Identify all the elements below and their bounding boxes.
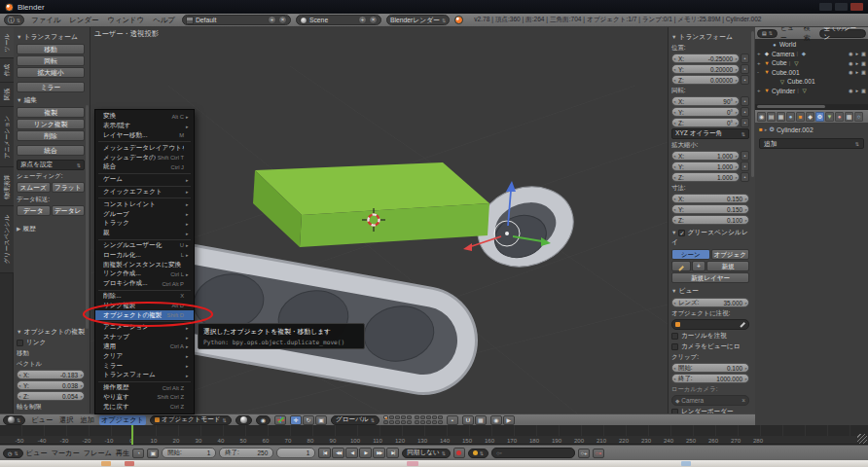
set-origin-dropdown[interactable]: 原点を設定⇅ [17,160,85,170]
mirror-button[interactable]: ミラー [17,82,85,92]
lock-icon[interactable]: • [741,162,749,171]
timeline-menu[interactable]: マーカー [51,449,79,458]
snap-magnet-button[interactable]: U [462,415,474,425]
timeline-resize-grip[interactable] [857,434,867,444]
shade-flat-button[interactable]: フラット [52,182,86,193]
vector-z-field[interactable]: Z:0.054 [17,391,85,401]
add-layout-button[interactable]: + [268,16,276,24]
scale-button[interactable]: 拡大縮小 [17,67,85,78]
layer-cell[interactable] [389,415,394,419]
layers-widget[interactable] [383,415,443,424]
context-menu-item[interactable]: コンストレイント▸ [95,199,194,209]
rotation-y-field[interactable]: Y:0° [671,107,740,117]
topbar-menu-3[interactable]: ヘルプ [151,16,177,25]
context-menu-item[interactable]: アニメーション▸ [95,323,194,333]
lock-layers-button[interactable]: • [447,415,458,425]
active-keying-set-field[interactable]: ○╴ [491,448,575,458]
panel-header-duplicate-objects[interactable]: ▼オブジェクトの複製 [17,327,85,337]
frame-start-field[interactable]: 開始:1 [162,448,216,458]
context-menu-item[interactable]: 元に戻すCtrl Z [95,402,194,412]
linked-checkbox[interactable] [17,340,23,346]
context-menu-item[interactable]: リンク作成...Ctrl L▸ [95,269,194,279]
lock-cursor-checkbox[interactable] [671,333,678,340]
context-menu-item[interactable]: トランスフォーム▸ [95,371,194,380]
view3d-menu-選択[interactable]: 選択 [57,415,75,425]
panel-header-npanel-transform[interactable]: ▼トランスフォーム [671,32,749,42]
layer-cell[interactable] [438,415,443,419]
frame-end-field[interactable]: 終了:250 [219,448,273,458]
outliner-item[interactable]: ● World [755,40,868,50]
layer-cell[interactable] [415,420,419,424]
scale-x-field[interactable]: X:1.000 [671,151,740,161]
location-x-field[interactable]: X:-0.25000 [671,54,740,63]
snap-element-dropdown[interactable]: ▦ [475,415,487,425]
gp-new-layer-button[interactable]: 新規レイヤー [671,272,749,283]
layer-cell[interactable] [407,415,412,419]
panel-header-edit[interactable]: ▼編集 [17,95,85,105]
gp-source-scene-button[interactable]: シーン [671,249,710,260]
properties-tab-render-layers[interactable]: ▤ [767,112,776,122]
local-camera-field[interactable]: ◆Camera× [671,395,749,406]
clip-start-field[interactable]: 開始:0.100 [671,363,749,373]
next-keyframe-button[interactable]: ▶▶ [373,448,385,458]
selectability-icon[interactable]: ▸ [855,60,858,66]
panel-header-view[interactable]: ▼ビュー [671,286,749,296]
toolshelf-tab[interactable]: 作成 [0,58,14,83]
join-button[interactable]: 統合 [17,145,85,156]
delete-button[interactable]: 削除 [17,130,85,141]
renderability-icon[interactable]: ▣ [861,60,866,66]
context-menu-item[interactable]: 適用Ctrl A▸ [95,342,194,352]
layer-cell[interactable] [401,420,406,424]
close-button[interactable] [850,3,863,11]
delete-layout-button[interactable]: × [278,16,287,24]
location-y-field[interactable]: Y:0.20000 [671,64,740,74]
view3d-menu-追加[interactable]: 追加 [78,415,95,425]
vector-x-field[interactable]: X:-0.183 [17,370,85,379]
render-engine-selector[interactable]: Blenderレンダー⇅ [386,15,450,25]
editor-type-selector[interactable]: ⓘ⇅ [4,15,24,25]
taskbar-item[interactable] [101,461,111,466]
layer-cell[interactable] [438,420,443,424]
context-menu-item[interactable]: プロキシ作成...Ctrl Alt P [95,279,194,289]
current-frame-field[interactable]: 1 [276,448,315,458]
add-modifier-button[interactable]: 追加⇅ [759,138,864,149]
view3d-menu-ビュー[interactable]: ビュー [29,415,54,425]
location-z-field[interactable]: Z:0.00000 [671,75,740,85]
jump-to-start-button[interactable]: |◀ [318,448,331,458]
pivot-dropdown[interactable]: ◉ [256,415,271,425]
context-menu-item[interactable]: オブジェクトの複製Shift D [95,310,194,320]
context-menu-item[interactable]: リンク複製Alt D [95,301,194,310]
context-menu-item[interactable]: ミラー▸ [95,361,194,371]
lock-icon[interactable]: • [741,118,749,127]
sync-dropdown[interactable]: 同期しない⇅ [402,449,451,458]
scale-z-field[interactable]: Z:1.000 [671,172,740,182]
editor-type-timeline[interactable]: ◷⇅ [3,449,23,458]
layer-cell[interactable] [432,415,437,419]
visibility-eye-icon[interactable]: ◉ [849,88,853,93]
toolshelf-tab[interactable]: アニメーション [0,107,14,167]
context-menu-item[interactable]: スナップ▸ [95,333,194,342]
context-menu-item[interactable]: レイヤー移動...M [95,131,194,141]
outliner-item[interactable]: ▽ Cube.001 [755,77,868,87]
properties-tab-scene[interactable]: ▦ [777,112,785,122]
orientation-dropdown[interactable]: グローバル⇅ [331,415,380,425]
delete-keyframe-button[interactable]: ○× [593,449,604,458]
play-reverse-button[interactable]: ◀ [345,448,358,458]
duplicate-linked-button[interactable]: リンク複製 [17,119,85,129]
timeline-menu[interactable]: 再生 [116,449,129,458]
manipulator-axes-button[interactable] [274,415,286,425]
selectability-icon[interactable]: ▸ [855,51,858,56]
rotation-x-field[interactable]: X:90° [671,96,740,106]
render-opengl-anim-button[interactable]: ▶ [503,415,515,425]
layer-cell[interactable] [420,420,425,424]
rotate-button[interactable]: 回転 [17,55,85,66]
duplicate-button[interactable]: 複製 [17,107,85,118]
clear-icon[interactable]: × [741,397,745,404]
render-opengl-button[interactable]: ◉ [490,415,502,425]
topbar-menu-2[interactable]: ウィンドウ [105,16,146,25]
lock-icon[interactable]: • [741,75,749,85]
properties-tab-texture[interactable]: ▩ [845,112,853,122]
dimensions-x-field[interactable]: X:0.150 [671,194,749,203]
delete-scene-button[interactable]: × [369,16,378,24]
renderability-icon[interactable]: ▣ [861,51,866,56]
